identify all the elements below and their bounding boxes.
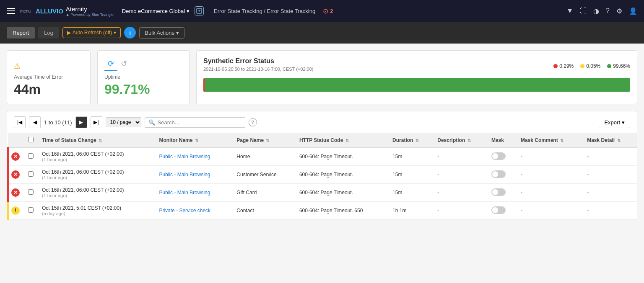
auto-refresh-button[interactable]: ▶ Auto Refresh (off) ▾ [62,27,121,38]
sort-icon-monitor[interactable]: ⇅ [195,138,198,143]
sort-icon-http[interactable]: ⇅ [345,138,349,143]
export-button[interactable]: Export ▾ [599,117,630,128]
row-checkbox-cell [24,202,38,220]
th-mask-comment: Mask Comment ⇅ [517,134,583,147]
menu-label: menu [20,9,31,13]
monitor-link[interactable]: Private - Service check [159,208,210,214]
row-status-cell: ✕ [8,147,24,166]
row-mask-comment-cell: - [517,166,583,184]
th-status [8,134,24,147]
legend-green: 99.66% [607,63,630,69]
monitor-link[interactable]: Public - Main Browsing [159,172,210,178]
th-checkbox [24,134,38,147]
help-circle-icon[interactable]: ? [249,118,257,126]
bulk-actions-button[interactable]: Bulk Actions ▾ [139,27,184,39]
mask-toggle[interactable] [491,170,506,178]
per-page-select[interactable]: 10 / page [106,117,141,127]
top-navigation: menu ALLUVIO Aternity ▲ Powered by Blue … [0,0,644,22]
legend-yellow-pct: 0.05% [586,63,600,69]
row-checkbox[interactable] [28,153,34,159]
legend-red-pct: 0.29% [559,63,574,69]
contrast-icon[interactable]: ◑ [593,7,599,15]
row-description-cell: - [433,147,487,166]
sort-icon-duration[interactable]: ⇅ [415,138,419,143]
warning-icon: ⚠ [14,62,83,71]
info-button[interactable]: i [124,27,136,39]
row-checkbox[interactable] [28,171,34,177]
th-mask: Mask [487,134,517,147]
demo-selector[interactable]: Demo eCommerce Global ▾ [122,8,190,14]
mask-toggle[interactable] [491,152,506,160]
row-time-cell: Oct 16th 2021, 06:00 CEST (+02:00)(1 hou… [38,147,155,166]
next-page-button[interactable]: ▶ [75,116,87,128]
row-checkbox[interactable] [28,207,34,213]
nav-actions: ▼ ⛶ ◑ ? ⚙ 👤 [566,7,637,15]
row-http-cell: 600-604: Page Timeout. 650 [295,202,388,220]
error-red-icon: ✕ [11,170,20,179]
row-description-cell: - [433,166,487,184]
th-http: HTTP Status Code ⇅ [295,134,388,147]
row-time: Oct 16th 2021, 06:00 CEST (+02:00) [42,151,151,157]
row-page-cell: Home [232,147,295,166]
row-time-cell: Oct 15th 2021, 5:01 CEST (+02:00)(a day … [38,202,155,220]
row-checkbox[interactable] [28,189,34,195]
search-input[interactable] [158,119,242,126]
synthetic-card: Synthetic Error Status 2021-10-05 20:50 … [196,50,637,104]
sort-icon-mask-comment[interactable]: ⇅ [560,138,564,143]
search-icon: 🔍 [148,119,155,126]
prev-page-button[interactable]: ◀ [29,116,41,128]
first-page-button[interactable]: |◀ [14,116,26,128]
report-tab[interactable]: Report [7,27,35,39]
row-monitor-cell: Private - Service check [155,202,232,220]
row-time-cell: Oct 16th 2021, 06:00 CEST (+02:00)(1 hou… [38,184,155,202]
table-controls: |◀ ◀ 1 to 10 (11) ▶ ▶| 10 / page 🔍 ? Exp… [7,111,637,134]
row-mask-detail-cell: - [583,184,637,202]
help-icon[interactable]: ? [606,7,610,15]
mask-toggle[interactable] [491,188,506,196]
th-time: Time of Status Change ⇅ [38,134,155,147]
sort-icon-description[interactable]: ⇅ [467,138,471,143]
row-mask-cell [487,166,517,184]
sort-icon-page[interactable]: ⇅ [266,138,269,143]
chevron-down-icon: ▾ [187,8,190,14]
sort-icon-time[interactable]: ⇅ [99,138,102,143]
chevron-down-icon: ▾ [114,30,116,36]
monitor-link[interactable]: Public - Main Browsing [159,154,210,160]
table-row: !Oct 15th 2021, 5:01 CEST (+02:00)(a day… [8,202,637,220]
fullscreen-icon[interactable]: ⛶ [580,7,587,15]
row-status-cell: ✕ [8,184,24,202]
settings-icon[interactable]: ⚙ [616,7,622,15]
row-description-cell: - [433,184,487,202]
user-icon[interactable]: 👤 [629,7,637,15]
row-status-cell: ✕ [8,166,24,184]
metrics-row: ⚠ Average Time of Error 44m ⟳ ↺ Uptime 9… [7,50,637,104]
row-mask-detail-cell: - [583,147,637,166]
table-section: |◀ ◀ 1 to 10 (11) ▶ ▶| 10 / page 🔍 ? Exp… [7,111,637,220]
chevron-down-icon: ▾ [622,119,625,126]
legend-red-dot [553,64,558,68]
last-page-button[interactable]: ▶| [91,116,102,128]
uptime-tab-history[interactable]: ↺ [117,57,130,71]
menu-button[interactable] [7,8,15,14]
brand-area: ALLUVIO Aternity ▲ Powered by Blue Trian… [36,5,114,17]
filter-icon[interactable]: ▼ [566,7,573,15]
th-mask-detail: Mask Detail ⇅ [583,134,637,147]
row-time: Oct 16th 2021, 06:00 CEST (+02:00) [42,169,151,175]
row-monitor-cell: Public - Main Browsing [155,184,232,202]
row-duration-cell: 1h 1m [388,202,433,220]
select-all-checkbox[interactable] [28,137,34,142]
mask-toggle[interactable] [491,206,506,214]
log-tab[interactable]: Log [38,27,59,39]
auto-refresh-label: Auto Refresh (off) [73,30,112,36]
alert-badge: ⊙ 2 [323,7,333,15]
monitor-link[interactable]: Public - Main Browsing [159,190,210,196]
synthetic-subtitle: 2021-10-05 20:50 to 2021-10-16 7:00, CES… [203,67,313,72]
uptime-value: 99.71% [104,82,182,97]
sort-icon-mask-detail[interactable]: ⇅ [617,138,621,143]
uptime-tab-current[interactable]: ⟳ [104,57,117,71]
uptime-tabs: ⟳ ↺ [104,57,182,71]
row-duration-cell: 15m [388,184,433,202]
brand-powered: Aternity ▲ Powered by Blue Triangle [66,5,114,17]
search-box: 🔍 [145,117,245,128]
chevron-down-icon: ▾ [176,30,179,36]
